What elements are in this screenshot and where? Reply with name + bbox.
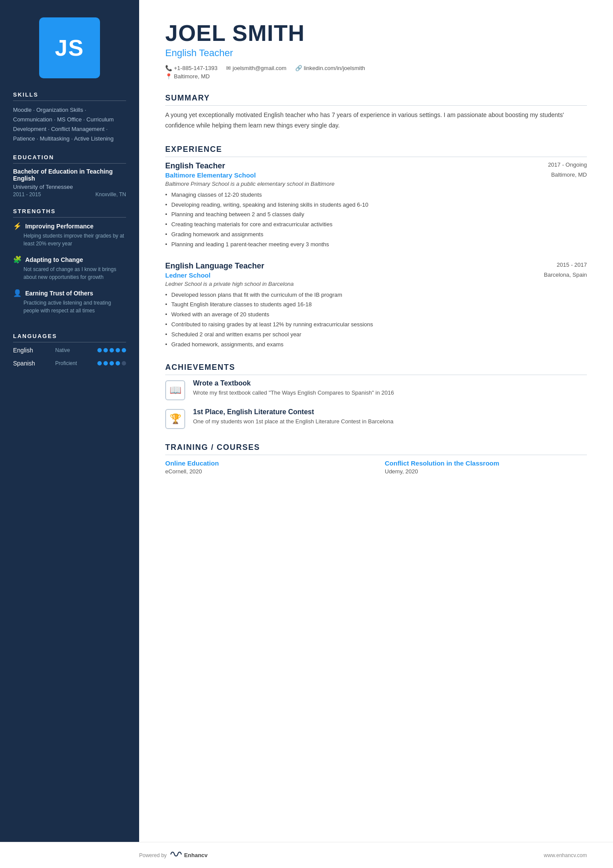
dot-s2 <box>103 361 108 365</box>
edu-years: 2011 - 2015 <box>13 191 41 198</box>
exp-block-2: English Language Teacher 2015 - 2017 Led… <box>165 261 587 349</box>
achievement-title-2: 1st Place, English Literature Contest <box>193 408 393 416</box>
training-title: TRAINING / COURSES <box>165 443 587 455</box>
exp-bullet-1-3: Planning and teaching between 2 and 5 cl… <box>165 210 587 219</box>
strength-item-3: 👤 Earning Trust of Others Practicing act… <box>13 289 126 315</box>
footer-left: Powered by Enhancv <box>139 850 208 860</box>
exp-bullet-2-3: Worked with an average of 20 students <box>165 310 587 319</box>
exp-bullet-1-5: Grading homework and assignments <box>165 230 587 239</box>
powered-by-label: Powered by <box>139 852 167 858</box>
linkedin-icon: 🔗 <box>295 65 302 71</box>
exp-bullet-2-5: Scheduled 2 oral and written exams per s… <box>165 330 587 339</box>
lang-level-english: Native <box>55 347 86 353</box>
person-icon: 👤 <box>13 289 22 297</box>
location-icon: 📍 <box>165 73 172 80</box>
training-course-title-1: Online Education <box>165 459 367 467</box>
languages-title: LANGUAGES <box>13 333 126 342</box>
strength-title-3: 👤 Earning Trust of Others <box>13 289 126 297</box>
person-title: English Teacher <box>165 47 587 59</box>
lang-row-spanish: Spanish Proficient <box>13 360 126 367</box>
achievement-content-2: 1st Place, English Literature Contest On… <box>193 408 393 426</box>
dot-s3 <box>110 361 114 365</box>
exp-bullet-1-2: Developing reading, writing, speaking an… <box>165 201 587 210</box>
phone-icon: 📞 <box>165 65 172 71</box>
languages-section: LANGUAGES English Native Spanish Profici… <box>0 333 139 383</box>
exp-dates-1: 2017 - Ongoing <box>548 161 587 168</box>
achievement-title-1: Wrote a Textbook <box>193 379 394 387</box>
enhancv-logo: Enhancv <box>170 850 207 860</box>
exp-bullet-1-1: Managing classes of 12-20 students <box>165 191 587 200</box>
contact-linkedin: 🔗 linkedin.com/in/joelsmith <box>295 65 365 71</box>
exp-company-1: Baltimore Elementary School <box>165 171 256 179</box>
strengths-section: STRENGTHS ⚡ Improving Performance Helpin… <box>0 208 139 333</box>
exp-bullet-2-4: Contributed to raising grades by at leas… <box>165 320 587 329</box>
exp-job-title-1: English Teacher <box>165 161 225 171</box>
sidebar: JS SKILLS Moodle · Organization Skills ·… <box>0 0 139 842</box>
training-provider-1: eCornell, 2020 <box>165 468 367 475</box>
lang-row-english: English Native <box>13 347 126 354</box>
lang-name-spanish: Spanish <box>13 360 43 367</box>
exp-block-1: English Teacher 2017 - Ongoing Baltimore… <box>165 161 587 249</box>
exp-bullet-2-1: Developed lesson plans that fit with the… <box>165 291 587 300</box>
exp-bullets-1: Managing classes of 12-20 students Devel… <box>165 191 587 249</box>
exp-location-2: Barcelona, Spain <box>544 271 587 278</box>
contact-location: 📍 Baltimore, MD <box>165 73 210 80</box>
strength-desc-2: Not scared of change as I know it brings… <box>13 265 126 281</box>
strength-title-1: ⚡ Improving Performance <box>13 222 126 230</box>
footer: Powered by Enhancv www.enhancv.com <box>0 842 613 868</box>
exp-job-title-2: English Language Teacher <box>165 261 264 271</box>
exp-header-2: English Language Teacher 2015 - 2017 <box>165 261 587 271</box>
edu-dates: 2011 - 2015 Knoxville, TN <box>13 191 126 198</box>
strength-item-2: 🧩 Adapting to Change Not scared of chang… <box>13 255 126 281</box>
puzzle-icon: 🧩 <box>13 255 22 264</box>
exp-bullets-2: Developed lesson plans that fit with the… <box>165 291 587 349</box>
enhancv-icon <box>170 850 182 860</box>
edu-degree: Bachelor of Education in Teaching Englis… <box>13 168 126 182</box>
header: JOEL SMITH English Teacher 📞 +1-885-147-… <box>165 21 587 80</box>
resume-wrapper: JS SKILLS Moodle · Organization Skills ·… <box>0 0 613 868</box>
strength-desc-1: Helping students improve their grades by… <box>13 232 126 248</box>
training-grid: Online Education eCornell, 2020 Conflict… <box>165 459 587 475</box>
exp-dates-2: 2015 - 2017 <box>557 261 587 268</box>
achievement-1: 📖 Wrote a Textbook Wrote my first textbo… <box>165 379 587 400</box>
experience-title: EXPERIENCE <box>165 145 587 157</box>
training-course-title-2: Conflict Resolution in the Classroom <box>385 459 587 467</box>
lightning-icon: ⚡ <box>13 222 22 230</box>
dot-4 <box>116 348 120 352</box>
training-provider-2: Udemy, 2020 <box>385 468 587 475</box>
exp-bullet-2-6: Graded homework, assignments, and exams <box>165 340 587 349</box>
contact-email: ✉ joelsmith@gmail.com <box>226 65 287 71</box>
contact-line-1: 📞 +1-885-147-1393 ✉ joelsmith@gmail.com … <box>165 65 587 71</box>
achievement-2: 🏆 1st Place, English Literature Contest … <box>165 408 587 429</box>
achievements-title: ACHIEVEMENTS <box>165 363 587 375</box>
main-content: JOEL SMITH English Teacher 📞 +1-885-147-… <box>139 0 613 842</box>
achievement-desc-2: One of my students won 1st place at the … <box>193 417 393 426</box>
dot-2 <box>103 348 108 352</box>
strengths-title: STRENGTHS <box>13 208 126 218</box>
resume-main: JS SKILLS Moodle · Organization Skills ·… <box>0 0 613 842</box>
strength-label-2: Adapting to Change <box>25 256 83 263</box>
achievement-icon-2: 🏆 <box>165 409 185 429</box>
exp-desc-2: Ledner School is a private high school i… <box>165 281 587 287</box>
dot-1 <box>97 348 102 352</box>
summary-title: SUMMARY <box>165 94 587 106</box>
dot-s5 <box>122 361 126 365</box>
lang-level-spanish: Proficient <box>55 360 86 366</box>
education-title: EDUCATION <box>13 154 126 164</box>
edu-school: University of Tennessee <box>13 184 126 190</box>
person-name: JOEL SMITH <box>165 21 587 46</box>
exp-header-1: English Teacher 2017 - Ongoing <box>165 161 587 171</box>
contact-phone: 📞 +1-885-147-1393 <box>165 65 217 71</box>
achievement-desc-1: Wrote my first textbook called "The Ways… <box>193 389 394 397</box>
skills-list: Moodle · Organization Skills · Communica… <box>13 105 126 144</box>
footer-website: www.enhancv.com <box>544 852 587 858</box>
enhancv-brand: Enhancv <box>184 852 207 858</box>
strength-label-3: Earning Trust of Others <box>25 290 93 297</box>
strength-item-1: ⚡ Improving Performance Helping students… <box>13 222 126 248</box>
exp-bullet-2-2: Taught English literature classes to stu… <box>165 300 587 309</box>
exp-bullet-1-4: Creating teaching materials for core and… <box>165 220 587 229</box>
exp-desc-1: Baltimore Primary School is a public ele… <box>165 181 587 187</box>
dot-s1 <box>97 361 102 365</box>
edu-location: Knoxville, TN <box>96 191 126 198</box>
exp-company-2: Ledner School <box>165 271 210 279</box>
